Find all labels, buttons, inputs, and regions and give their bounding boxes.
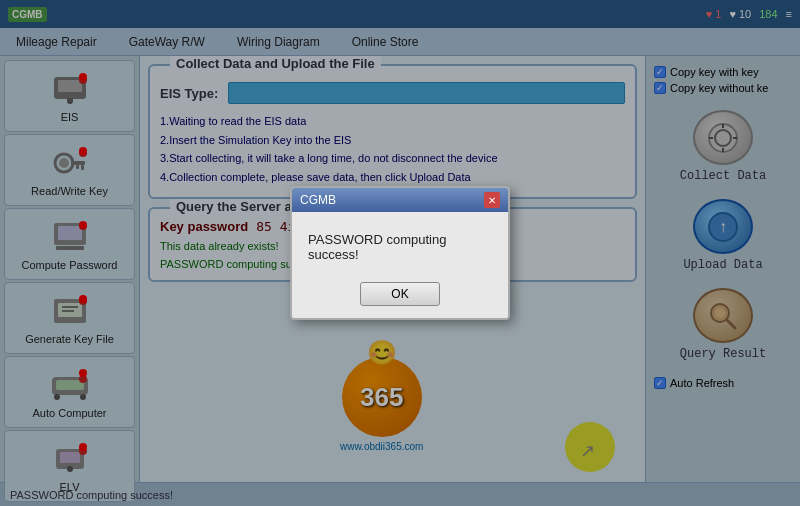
modal-ok-button[interactable]: OK bbox=[360, 282, 439, 306]
modal-message: PASSWORD computing success! bbox=[308, 232, 446, 262]
modal-dialog: CGMB ✕ PASSWORD computing success! OK bbox=[290, 186, 510, 320]
modal-footer: OK bbox=[292, 274, 508, 318]
modal-titlebar: CGMB ✕ bbox=[292, 188, 508, 212]
modal-title: CGMB bbox=[300, 193, 336, 207]
modal-body: PASSWORD computing success! bbox=[292, 212, 508, 274]
app-wrapper: CGMB ♥ 1 ♥ 10 184 ≡ Mileage Repair GateW… bbox=[0, 0, 800, 506]
modal-overlay: CGMB ✕ PASSWORD computing success! OK bbox=[0, 0, 800, 506]
modal-close-button[interactable]: ✕ bbox=[484, 192, 500, 208]
